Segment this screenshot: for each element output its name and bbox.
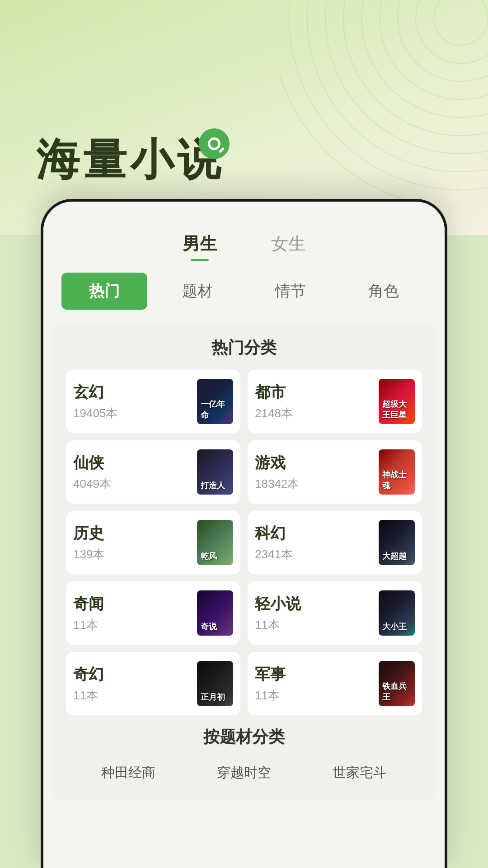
tab-female[interactable]: 女生 bbox=[262, 229, 314, 259]
filter-tab-plot[interactable]: 情节 bbox=[248, 273, 333, 310]
decorative-lines bbox=[280, 0, 488, 199]
category-name: 奇闻 bbox=[73, 594, 104, 614]
category-count: 139本 bbox=[73, 547, 104, 562]
category-cover: 大小王 bbox=[379, 590, 415, 636]
category-count: 11本 bbox=[255, 617, 301, 633]
category-name: 玄幻 bbox=[73, 382, 117, 403]
category-card-junshi[interactable]: 军事 11本 铁血兵王 bbox=[248, 652, 422, 715]
category-info: 军事 11本 bbox=[255, 664, 286, 703]
category-count: 18342本 bbox=[255, 476, 299, 492]
category-card-qingxiaoshuo[interactable]: 轻小说 11本 大小王 bbox=[248, 581, 422, 645]
category-name: 奇幻 bbox=[73, 664, 104, 685]
category-name: 仙侠 bbox=[73, 453, 111, 473]
category-count: 11本 bbox=[255, 688, 286, 703]
category-card-dushi[interactable]: 都市 2148本 超级大王巨星 bbox=[248, 370, 422, 433]
cover-text: 乾风 bbox=[197, 520, 233, 565]
category-card-youxi[interactable]: 游戏 18342本 神战士魂 bbox=[248, 440, 422, 504]
category-count: 19405本 bbox=[73, 406, 117, 421]
category-card-xianxia[interactable]: 仙侠 4049本 打造人 bbox=[66, 440, 240, 504]
category-cover: 大超越 bbox=[379, 520, 415, 565]
category-info: 仙侠 4049本 bbox=[73, 453, 111, 492]
category-cover: 一亿年命 bbox=[197, 379, 233, 424]
tab-male[interactable]: 男生 bbox=[174, 229, 226, 259]
category-info: 科幻 2341本 bbox=[255, 523, 293, 562]
category-count: 4049本 bbox=[73, 476, 111, 492]
cover-text: 大超越 bbox=[379, 520, 415, 565]
category-cover: 铁血兵王 bbox=[379, 661, 415, 706]
theme-section-title: 按题材分类 bbox=[66, 726, 422, 748]
category-name: 军事 bbox=[255, 664, 286, 685]
category-name: 轻小说 bbox=[255, 594, 301, 614]
category-info: 轻小说 11本 bbox=[255, 594, 301, 633]
category-card-qihuan[interactable]: 奇幻 11本 正月初 bbox=[66, 652, 240, 715]
cover-text: 超级大王巨星 bbox=[379, 379, 415, 424]
cover-text: 奇说 bbox=[197, 590, 233, 636]
category-cover: 超级大王巨星 bbox=[379, 379, 415, 424]
category-cover: 奇说 bbox=[197, 590, 233, 636]
cover-text: 铁血兵王 bbox=[379, 661, 415, 706]
category-info: 玄幻 19405本 bbox=[73, 382, 117, 421]
category-count: 11本 bbox=[73, 688, 104, 703]
phone-mockup: 男生 女生 热门 题材 情节 角色 热门分类 玄幻 19405本 一亿年命 bbox=[41, 199, 447, 868]
filter-tab-theme[interactable]: 题材 bbox=[155, 273, 240, 310]
category-card-qiwen[interactable]: 奇闻 11本 奇说 bbox=[66, 581, 240, 645]
theme-tag-nongye[interactable]: 种田经商 bbox=[92, 759, 164, 787]
theme-tags: 种田经商穿越时空世家宅斗 bbox=[66, 759, 422, 787]
filter-tab-hot[interactable]: 热门 bbox=[61, 273, 147, 310]
content-area: 热门分类 玄幻 19405本 一亿年命 都市 2148本 超级大王巨星 仙侠 4… bbox=[52, 323, 436, 800]
svg-point-0 bbox=[434, 0, 488, 45]
category-card-lishi[interactable]: 历史 139本 乾风 bbox=[66, 511, 240, 574]
category-card-kehuan[interactable]: 科幻 2341本 大超越 bbox=[248, 511, 422, 574]
category-info: 历史 139本 bbox=[73, 523, 104, 562]
category-info: 奇闻 11本 bbox=[73, 594, 104, 633]
category-count: 2341本 bbox=[255, 547, 293, 562]
gender-tabs: 男生 女生 bbox=[43, 220, 445, 273]
category-cover: 乾风 bbox=[197, 520, 233, 565]
category-cover: 打造人 bbox=[197, 449, 233, 495]
theme-tag-shijia[interactable]: 世家宅斗 bbox=[324, 759, 396, 787]
svg-point-4 bbox=[361, 0, 488, 118]
category-name: 游戏 bbox=[255, 453, 299, 473]
svg-point-6 bbox=[325, 0, 488, 154]
category-info: 游戏 18342本 bbox=[255, 453, 299, 492]
filter-tabs: 热门 题材 情节 角色 bbox=[43, 273, 445, 323]
category-name: 都市 bbox=[255, 382, 293, 403]
category-count: 2148本 bbox=[255, 406, 293, 421]
cover-text: 打造人 bbox=[197, 449, 233, 495]
cover-text: 正月初 bbox=[197, 661, 233, 706]
category-name: 历史 bbox=[73, 523, 104, 544]
category-info: 都市 2148本 bbox=[255, 382, 293, 421]
cover-text: 大小王 bbox=[379, 590, 415, 636]
filter-tab-role[interactable]: 角色 bbox=[341, 273, 427, 310]
category-info: 奇幻 11本 bbox=[73, 664, 104, 703]
hot-section-title: 热门分类 bbox=[66, 337, 422, 359]
svg-point-1 bbox=[416, 0, 488, 63]
svg-point-2 bbox=[398, 0, 488, 81]
svg-point-7 bbox=[307, 0, 488, 172]
search-icon-circle[interactable] bbox=[199, 128, 230, 159]
search-icon bbox=[208, 137, 221, 150]
svg-point-8 bbox=[289, 0, 488, 190]
category-name: 科幻 bbox=[255, 523, 293, 544]
cover-text: 神战士魂 bbox=[379, 449, 415, 495]
category-count: 11本 bbox=[73, 617, 104, 633]
phone-content: 男生 女生 热门 题材 情节 角色 热门分类 玄幻 19405本 一亿年命 bbox=[43, 202, 445, 868]
category-card-xuanhuan[interactable]: 玄幻 19405本 一亿年命 bbox=[66, 370, 240, 433]
theme-tag-chuanyue[interactable]: 穿越时空 bbox=[208, 759, 280, 787]
category-grid: 玄幻 19405本 一亿年命 都市 2148本 超级大王巨星 仙侠 4049本 … bbox=[66, 370, 422, 715]
category-cover: 正月初 bbox=[197, 661, 233, 706]
app-title: 海量小说 bbox=[36, 131, 224, 190]
category-cover: 神战士魂 bbox=[379, 449, 415, 495]
cover-text: 一亿年命 bbox=[197, 379, 233, 424]
